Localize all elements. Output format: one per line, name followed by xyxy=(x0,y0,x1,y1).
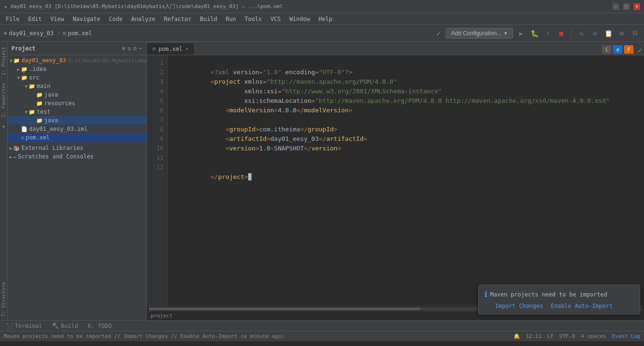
file-tree: ▼ 📁 day01_eesy_03 D:\itheima\05-Mybatis\… xyxy=(8,55,146,320)
maximize-button[interactable]: □ xyxy=(623,3,630,10)
stop-button[interactable]: ■ xyxy=(556,28,566,39)
iml-name: day01_eesy_03.iml xyxy=(29,126,88,132)
panel-icons: ⊕ ⇅ ⚙ − xyxy=(122,45,142,52)
panel-header: Project ⊕ ⇅ ⚙ − xyxy=(8,42,146,55)
chrome-icon[interactable]: C xyxy=(602,45,612,54)
h-scrollbar-thumb[interactable] xyxy=(149,307,420,310)
run-button[interactable]: ▶ xyxy=(516,28,526,39)
tree-idea[interactable]: ▶ 📁 .idea xyxy=(8,65,146,73)
close-button[interactable]: × xyxy=(634,3,640,10)
idea-name: .idea xyxy=(29,66,46,72)
tree-root[interactable]: ▼ 📁 day01_eesy_03 D:\itheima\05-Mybatis\… xyxy=(8,56,146,65)
panel-title: Project xyxy=(11,45,36,52)
panel-minimize-icon[interactable]: − xyxy=(139,45,142,52)
menu-analyze[interactable]: Analyze xyxy=(127,15,159,23)
ext-libs-name: External Libraries xyxy=(21,145,83,151)
menu-run[interactable]: Run xyxy=(222,15,240,23)
resources-folder-icon: 📁 xyxy=(36,100,43,107)
todo-tab[interactable]: 6: TODO xyxy=(84,322,116,330)
terminal-icon: ⬛ xyxy=(6,323,13,329)
indentation: 4 spaces xyxy=(581,333,606,339)
menu-build[interactable]: Build xyxy=(196,15,221,23)
java-name: java xyxy=(44,91,58,98)
todo-label: 6: TODO xyxy=(88,323,112,329)
enable-auto-import-link[interactable]: Enable Auto-Import xyxy=(551,303,613,309)
vcs-button[interactable]: 📋 xyxy=(603,28,614,39)
tab-xml-icon: m xyxy=(152,46,156,52)
tree-scratches[interactable]: ▶ ✏ Scratches and Consoles xyxy=(8,152,146,161)
project-tab-toolbar[interactable]: ◆ day01_eesy_03 xyxy=(4,30,54,37)
tree-resources[interactable]: ▶ 📁 resources xyxy=(8,99,146,108)
sidebar-item-project[interactable]: 1: Project xyxy=(0,43,7,79)
panel-add-icon[interactable]: ⊕ xyxy=(122,45,126,52)
resources-name: resources xyxy=(44,100,75,107)
chevron-down-icon: ▼ xyxy=(503,31,508,36)
tree-test-java[interactable]: ▶ 📁 java xyxy=(8,116,146,125)
root-folder-icon: 📁 xyxy=(13,58,20,64)
tree-iml[interactable]: ▶ 📄 day01_eesy_03.iml xyxy=(8,125,146,133)
scratches-arrow: ▶ xyxy=(10,154,12,159)
menu-tools[interactable]: Tools xyxy=(241,15,266,23)
terminal-tab[interactable]: ⬛ Terminal xyxy=(2,322,46,330)
import-changes-link[interactable]: Import Changes xyxy=(495,303,543,309)
status-right: 🔔 12:11 LF UTF-8 4 spaces Event Log xyxy=(513,333,640,339)
sidebar-item-structure[interactable]: 7: Structure xyxy=(0,278,7,320)
tree-src[interactable]: ▼ 📁 src xyxy=(8,73,146,82)
menu-refactor[interactable]: Refactor xyxy=(160,15,195,23)
menu-window[interactable]: Window xyxy=(285,15,313,23)
menu-code[interactable]: Code xyxy=(105,15,127,23)
add-configuration-button[interactable]: Add Configuration... ▼ xyxy=(446,28,513,39)
idea-arrow: ▶ xyxy=(17,67,20,72)
root-path: D:\itheima\05-Mybatis\day xyxy=(68,58,146,64)
menu-file[interactable]: File xyxy=(2,15,23,23)
update-button[interactable]: ↻ xyxy=(576,28,587,39)
menu-bar: File Edit View Navigate Code Analyze Ref… xyxy=(0,13,644,25)
terminal-label: Terminal xyxy=(15,323,42,329)
code-editor[interactable]: 1 2 3 4 5 6 7 8 9 10 11 12 ▼ xyxy=(147,55,644,306)
status-bar: Maven projects need to be imported // Im… xyxy=(0,331,644,341)
test-java-name: java xyxy=(44,117,58,124)
tree-external-libs[interactable]: ▶ 📚 External Libraries xyxy=(8,144,146,152)
panel-settings-icon[interactable]: ⚙ xyxy=(133,45,137,52)
panel-sync-icon[interactable]: ⇅ xyxy=(128,45,131,52)
ie-icon[interactable]: e xyxy=(613,45,623,54)
line-4: 4 xyxy=(147,87,163,96)
toolbar: ◆ day01_eesy_03 › m pom.xml ✓ Add Config… xyxy=(0,25,644,42)
sidebar-item-favorites[interactable]: 2: Favorites xyxy=(0,79,7,121)
settings-button[interactable]: ⚙ xyxy=(590,28,600,39)
menu-view[interactable]: View xyxy=(47,15,68,23)
build-icon: 🔨 xyxy=(52,323,59,329)
main-folder-icon: 📁 xyxy=(29,83,35,89)
tab-pom-xml[interactable]: m pom.xml × xyxy=(147,42,195,55)
split-button[interactable]: ⧉ xyxy=(630,28,640,39)
main-area: 1: Project 2: Favorites ★ 7: Structure P… xyxy=(0,42,644,320)
firefox-icon[interactable]: F xyxy=(624,45,634,54)
main-name: main xyxy=(37,83,50,89)
title-bar-left: ✦ day01_eesy_03 [D:\itheima\05-Mybatis\d… xyxy=(4,3,283,10)
iml-file-icon: 📄 xyxy=(21,126,28,132)
breadcrumb-toolbar: m pom.xml xyxy=(62,30,92,37)
line-6: 6 xyxy=(147,106,163,115)
menu-navigate[interactable]: Navigate xyxy=(69,15,104,23)
tree-main[interactable]: ▼ 📁 main xyxy=(8,82,146,90)
build-tab[interactable]: 🔨 Build xyxy=(48,322,82,330)
tab-close-icon[interactable]: × xyxy=(185,46,189,52)
menu-vcs[interactable]: VCS xyxy=(267,15,285,23)
menu-help[interactable]: Help xyxy=(315,15,336,23)
layout-button[interactable]: ⊞ xyxy=(616,28,627,39)
ext-libs-icon: 📚 xyxy=(13,145,20,151)
event-log-label[interactable]: Event Log xyxy=(612,333,640,339)
tab-pom-label: pom.xml xyxy=(159,46,183,52)
favorites-star-icon[interactable]: ★ xyxy=(1,121,6,131)
pom-file-icon: m xyxy=(21,135,24,141)
menu-edit[interactable]: Edit xyxy=(24,15,46,23)
run-with-coverage-button[interactable]: ⚡ xyxy=(543,28,553,39)
tree-test[interactable]: ▼ 📁 test xyxy=(8,108,146,116)
tree-java[interactable]: ▶ 📁 java xyxy=(8,90,146,99)
status-text: Maven projects need to be imported // Im… xyxy=(4,333,284,339)
tree-pom[interactable]: ▶ m pom.xml xyxy=(8,133,146,142)
code-content[interactable]: ▼ <?xml version="1.0" encoding="UTF-8"?>… xyxy=(168,55,644,306)
line-numbers: 1 2 3 4 5 6 7 8 9 10 11 12 xyxy=(147,55,168,306)
minimize-button[interactable]: – xyxy=(613,3,619,10)
debug-button[interactable]: 🐛 xyxy=(529,28,540,39)
